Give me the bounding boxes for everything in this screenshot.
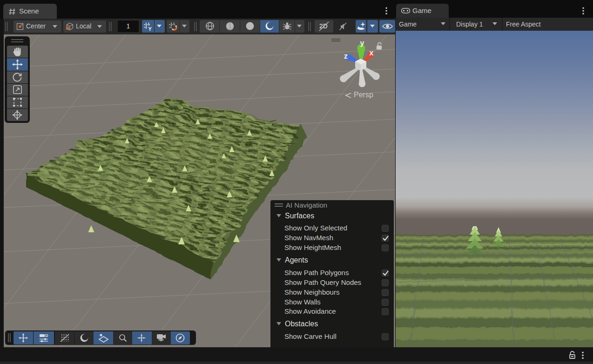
- svg-text:y: y: [360, 39, 364, 47]
- svg-text:x: x: [370, 49, 374, 57]
- svg-text:z: z: [344, 52, 348, 60]
- svg-text:Y: Y: [148, 26, 152, 31]
